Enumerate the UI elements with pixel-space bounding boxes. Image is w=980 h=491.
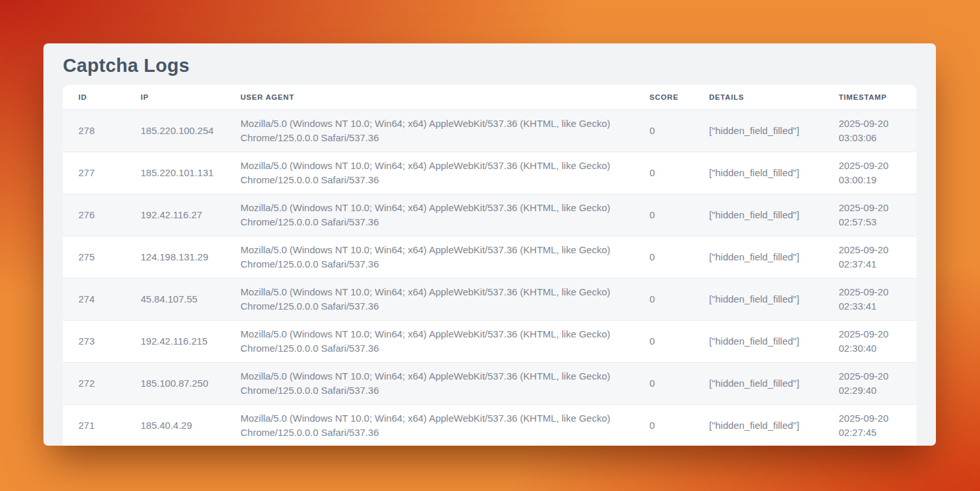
page-title: Captcha Logs <box>63 52 916 78</box>
cell-score: 0 <box>634 236 694 278</box>
table-row: 272 185.100.87.250 Mozilla/5.0 (Windows … <box>63 362 916 404</box>
column-header-timestamp: TIMESTAMP <box>823 85 916 109</box>
cell-id: 272 <box>63 362 125 404</box>
cell-ip: 185.220.101.131 <box>125 152 225 194</box>
captcha-logs-card: Captcha Logs ID IP USER AGENT SCORE DETA… <box>43 43 936 446</box>
cell-score: 0 <box>634 278 694 320</box>
cell-id: 277 <box>63 152 125 194</box>
column-header-id: ID <box>63 85 125 109</box>
cell-score: 0 <box>634 404 694 446</box>
table-row: 278 185.220.100.254 Mozilla/5.0 (Windows… <box>63 109 916 152</box>
cell-ip: 185.100.87.250 <box>125 362 225 404</box>
cell-user-agent: Mozilla/5.0 (Windows NT 10.0; Win64; x64… <box>225 152 634 194</box>
cell-timestamp: 2025-09-20 03:03:06 <box>823 109 916 152</box>
cell-id: 274 <box>63 278 125 320</box>
cell-id: 271 <box>63 404 125 446</box>
cell-score: 0 <box>634 152 694 194</box>
cell-details: ["hidden_field_filled"] <box>694 194 823 236</box>
cell-score: 0 <box>634 109 694 152</box>
cell-timestamp: 2025-09-20 03:00:19 <box>823 152 916 194</box>
cell-score: 0 <box>634 362 694 404</box>
cell-details: ["hidden_field_filled"] <box>694 404 823 446</box>
cell-timestamp: 2025-09-20 02:29:40 <box>823 362 916 404</box>
table-row: 271 185.40.4.29 Mozilla/5.0 (Windows NT … <box>63 404 916 446</box>
column-header-ip: IP <box>125 85 225 109</box>
column-header-details: DETAILS <box>694 85 823 109</box>
table-row: 277 185.220.101.131 Mozilla/5.0 (Windows… <box>63 152 916 194</box>
cell-user-agent: Mozilla/5.0 (Windows NT 10.0; Win64; x64… <box>225 278 634 320</box>
cell-user-agent: Mozilla/5.0 (Windows NT 10.0; Win64; x64… <box>225 320 634 362</box>
cell-id: 273 <box>63 320 125 362</box>
cell-details: ["hidden_field_filled"] <box>694 109 823 152</box>
table-body: 278 185.220.100.254 Mozilla/5.0 (Windows… <box>63 109 916 446</box>
cell-user-agent: Mozilla/5.0 (Windows NT 10.0; Win64; x64… <box>225 362 634 404</box>
cell-id: 275 <box>63 236 125 278</box>
table-row: 275 124.198.131.29 Mozilla/5.0 (Windows … <box>63 236 916 278</box>
cell-details: ["hidden_field_filled"] <box>694 362 823 404</box>
table-row: 273 192.42.116.215 Mozilla/5.0 (Windows … <box>63 320 916 362</box>
table-row: 276 192.42.116.27 Mozilla/5.0 (Windows N… <box>63 194 916 236</box>
cell-ip: 185.40.4.29 <box>125 404 225 446</box>
cell-timestamp: 2025-09-20 02:33:41 <box>823 278 916 320</box>
cell-timestamp: 2025-09-20 02:57:53 <box>823 194 916 236</box>
table-row: 274 45.84.107.55 Mozilla/5.0 (Windows NT… <box>63 278 916 320</box>
cell-score: 0 <box>634 320 694 362</box>
desktop-background: { "page_title": "Captcha Logs", "colors"… <box>0 0 980 491</box>
cell-ip: 185.220.100.254 <box>125 109 225 152</box>
cell-id: 276 <box>63 194 125 236</box>
cell-ip: 192.42.116.27 <box>125 194 225 236</box>
cell-ip: 124.198.131.29 <box>125 236 225 278</box>
column-header-user-agent: USER AGENT <box>225 85 634 109</box>
cell-ip: 45.84.107.55 <box>125 278 225 320</box>
cell-details: ["hidden_field_filled"] <box>694 278 823 320</box>
cell-timestamp: 2025-09-20 02:37:41 <box>823 236 916 278</box>
cell-user-agent: Mozilla/5.0 (Windows NT 10.0; Win64; x64… <box>225 109 634 152</box>
cell-score: 0 <box>634 194 694 236</box>
cell-id: 278 <box>63 109 125 152</box>
table-header: ID IP USER AGENT SCORE DETAILS TIMESTAMP <box>63 85 916 109</box>
cell-user-agent: Mozilla/5.0 (Windows NT 10.0; Win64; x64… <box>225 404 634 446</box>
cell-details: ["hidden_field_filled"] <box>694 152 823 194</box>
cell-details: ["hidden_field_filled"] <box>694 236 823 278</box>
table-header-row: ID IP USER AGENT SCORE DETAILS TIMESTAMP <box>63 85 916 109</box>
column-header-score: SCORE <box>634 85 694 109</box>
cell-timestamp: 2025-09-20 02:27:45 <box>823 404 916 446</box>
cell-details: ["hidden_field_filled"] <box>694 320 823 362</box>
cell-user-agent: Mozilla/5.0 (Windows NT 10.0; Win64; x64… <box>225 194 634 236</box>
captcha-logs-table: ID IP USER AGENT SCORE DETAILS TIMESTAMP… <box>63 85 916 446</box>
cell-user-agent: Mozilla/5.0 (Windows NT 10.0; Win64; x64… <box>225 236 634 278</box>
cell-ip: 192.42.116.215 <box>125 320 225 362</box>
cell-timestamp: 2025-09-20 02:30:40 <box>823 320 916 362</box>
